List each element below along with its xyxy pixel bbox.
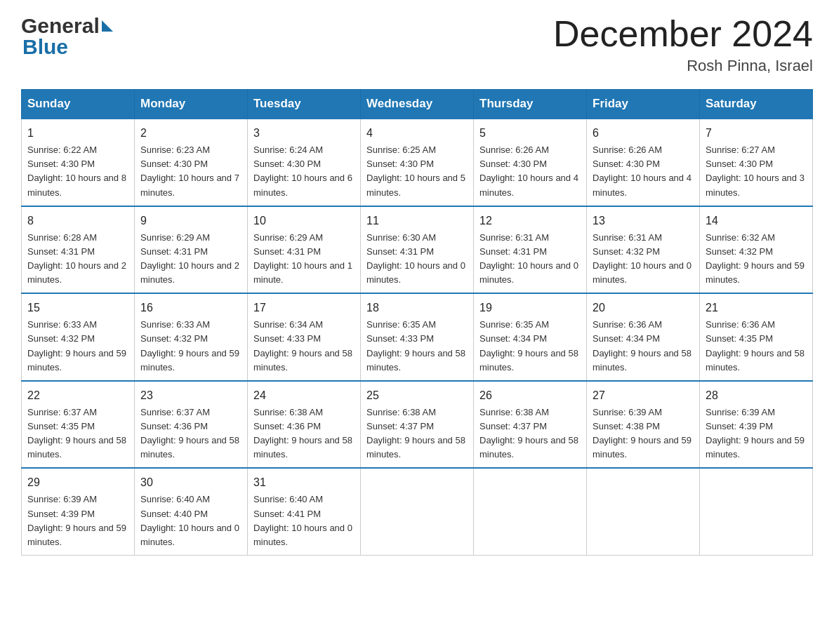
table-row: 28Sunrise: 6:39 AMSunset: 4:39 PMDayligh… <box>700 381 813 469</box>
header-thursday: Thursday <box>474 90 587 119</box>
day-info: Sunrise: 6:29 AMSunset: 4:31 PMDaylight:… <box>253 232 352 285</box>
calendar-week-row: 29Sunrise: 6:39 AMSunset: 4:39 PMDayligh… <box>22 468 813 555</box>
day-info: Sunrise: 6:36 AMSunset: 4:34 PMDaylight:… <box>593 319 691 372</box>
table-row: 27Sunrise: 6:39 AMSunset: 4:38 PMDayligh… <box>587 381 700 469</box>
day-number: 20 <box>593 300 694 316</box>
day-number: 19 <box>479 300 581 316</box>
table-row: 6Sunrise: 6:26 AMSunset: 4:30 PMDaylight… <box>587 119 700 206</box>
day-info: Sunrise: 6:22 AMSunset: 4:30 PMDaylight:… <box>27 145 126 197</box>
table-row: 13Sunrise: 6:31 AMSunset: 4:32 PMDayligh… <box>587 206 700 294</box>
day-info: Sunrise: 6:29 AMSunset: 4:31 PMDaylight:… <box>140 232 239 285</box>
calendar-week-row: 15Sunrise: 6:33 AMSunset: 4:32 PMDayligh… <box>22 293 813 381</box>
table-row: 21Sunrise: 6:36 AMSunset: 4:35 PMDayligh… <box>700 293 813 381</box>
day-info: Sunrise: 6:38 AMSunset: 4:37 PMDaylight:… <box>479 407 578 459</box>
day-info: Sunrise: 6:28 AMSunset: 4:31 PMDaylight:… <box>27 232 126 285</box>
page-subtitle: Rosh Pinna, Israel <box>553 57 813 75</box>
logo-line1: General <box>21 14 113 38</box>
page-title: December 2024 <box>553 14 813 54</box>
day-info: Sunrise: 6:39 AMSunset: 4:39 PMDaylight:… <box>706 407 805 459</box>
table-row: 22Sunrise: 6:37 AMSunset: 4:35 PMDayligh… <box>22 381 135 469</box>
day-number: 25 <box>366 387 468 404</box>
day-number: 18 <box>366 300 468 316</box>
table-row: 4Sunrise: 6:25 AMSunset: 4:30 PMDaylight… <box>361 119 474 206</box>
day-number: 21 <box>706 300 807 316</box>
day-info: Sunrise: 6:30 AMSunset: 4:31 PMDaylight:… <box>366 232 465 285</box>
day-number: 16 <box>140 300 241 316</box>
day-info: Sunrise: 6:38 AMSunset: 4:37 PMDaylight:… <box>366 407 465 459</box>
day-info: Sunrise: 6:39 AMSunset: 4:38 PMDaylight:… <box>593 407 691 459</box>
table-row: 29Sunrise: 6:39 AMSunset: 4:39 PMDayligh… <box>22 468 135 555</box>
day-number: 8 <box>27 213 128 229</box>
day-number: 2 <box>140 125 241 142</box>
day-number: 23 <box>140 387 241 404</box>
header-friday: Friday <box>587 90 700 119</box>
title-section: December 2024 Rosh Pinna, Israel <box>553 14 813 75</box>
table-row: 26Sunrise: 6:38 AMSunset: 4:37 PMDayligh… <box>474 381 587 469</box>
table-row: 12Sunrise: 6:31 AMSunset: 4:31 PMDayligh… <box>474 206 587 294</box>
day-number: 22 <box>27 387 128 404</box>
day-info: Sunrise: 6:40 AMSunset: 4:40 PMDaylight:… <box>140 494 239 546</box>
day-info: Sunrise: 6:33 AMSunset: 4:32 PMDaylight:… <box>27 319 126 372</box>
header-monday: Monday <box>135 90 248 119</box>
day-info: Sunrise: 6:38 AMSunset: 4:36 PMDaylight:… <box>253 407 352 459</box>
table-row: 8Sunrise: 6:28 AMSunset: 4:31 PMDaylight… <box>22 206 135 294</box>
day-number: 6 <box>593 125 694 142</box>
table-row: 25Sunrise: 6:38 AMSunset: 4:37 PMDayligh… <box>361 381 474 469</box>
table-row: 24Sunrise: 6:38 AMSunset: 4:36 PMDayligh… <box>248 381 361 469</box>
calendar-week-row: 1Sunrise: 6:22 AMSunset: 4:30 PMDaylight… <box>22 119 813 206</box>
calendar-week-row: 22Sunrise: 6:37 AMSunset: 4:35 PMDayligh… <box>22 381 813 469</box>
table-row <box>700 468 813 555</box>
table-row: 17Sunrise: 6:34 AMSunset: 4:33 PMDayligh… <box>248 293 361 381</box>
table-row: 20Sunrise: 6:36 AMSunset: 4:34 PMDayligh… <box>587 293 700 381</box>
day-info: Sunrise: 6:26 AMSunset: 4:30 PMDaylight:… <box>593 145 691 197</box>
day-info: Sunrise: 6:32 AMSunset: 4:32 PMDaylight:… <box>706 232 805 285</box>
page-header: General Blue December 2024 Rosh Pinna, I… <box>21 14 813 75</box>
day-number: 1 <box>27 125 128 142</box>
table-row: 1Sunrise: 6:22 AMSunset: 4:30 PMDaylight… <box>22 119 135 206</box>
day-info: Sunrise: 6:34 AMSunset: 4:33 PMDaylight:… <box>253 319 352 372</box>
day-number: 31 <box>253 474 355 491</box>
day-number: 5 <box>479 125 581 142</box>
day-number: 14 <box>706 213 807 229</box>
calendar-header-row: Sunday Monday Tuesday Wednesday Thursday… <box>22 90 813 119</box>
table-row: 18Sunrise: 6:35 AMSunset: 4:33 PMDayligh… <box>361 293 474 381</box>
day-info: Sunrise: 6:39 AMSunset: 4:39 PMDaylight:… <box>27 494 126 546</box>
table-row: 3Sunrise: 6:24 AMSunset: 4:30 PMDaylight… <box>248 119 361 206</box>
table-row <box>587 468 700 555</box>
logo-general-text: General <box>21 14 100 38</box>
table-row: 23Sunrise: 6:37 AMSunset: 4:36 PMDayligh… <box>135 381 248 469</box>
day-info: Sunrise: 6:35 AMSunset: 4:34 PMDaylight:… <box>479 319 578 372</box>
day-number: 28 <box>706 387 807 404</box>
day-info: Sunrise: 6:36 AMSunset: 4:35 PMDaylight:… <box>706 319 805 372</box>
day-info: Sunrise: 6:25 AMSunset: 4:30 PMDaylight:… <box>366 145 465 197</box>
table-row: 7Sunrise: 6:27 AMSunset: 4:30 PMDaylight… <box>700 119 813 206</box>
day-number: 12 <box>479 213 581 229</box>
table-row: 19Sunrise: 6:35 AMSunset: 4:34 PMDayligh… <box>474 293 587 381</box>
table-row: 14Sunrise: 6:32 AMSunset: 4:32 PMDayligh… <box>700 206 813 294</box>
day-number: 15 <box>27 300 128 316</box>
logo-triangle-icon <box>102 20 113 32</box>
header-tuesday: Tuesday <box>248 90 361 119</box>
day-number: 9 <box>140 213 241 229</box>
day-info: Sunrise: 6:33 AMSunset: 4:32 PMDaylight:… <box>140 319 239 372</box>
table-row: 11Sunrise: 6:30 AMSunset: 4:31 PMDayligh… <box>361 206 474 294</box>
day-number: 10 <box>253 213 355 229</box>
day-number: 3 <box>253 125 355 142</box>
day-info: Sunrise: 6:37 AMSunset: 4:35 PMDaylight:… <box>27 407 126 459</box>
day-info: Sunrise: 6:27 AMSunset: 4:30 PMDaylight:… <box>706 145 805 197</box>
day-number: 17 <box>253 300 355 316</box>
day-number: 29 <box>27 474 128 491</box>
table-row: 31Sunrise: 6:40 AMSunset: 4:41 PMDayligh… <box>248 468 361 555</box>
calendar-table: Sunday Monday Tuesday Wednesday Thursday… <box>21 89 813 556</box>
header-sunday: Sunday <box>22 90 135 119</box>
table-row: 2Sunrise: 6:23 AMSunset: 4:30 PMDaylight… <box>135 119 248 206</box>
table-row <box>361 468 474 555</box>
header-wednesday: Wednesday <box>361 90 474 119</box>
day-number: 7 <box>706 125 807 142</box>
logo-blue-text: Blue <box>21 35 113 59</box>
day-number: 4 <box>366 125 468 142</box>
logo: General Blue <box>21 14 113 59</box>
day-info: Sunrise: 6:31 AMSunset: 4:31 PMDaylight:… <box>479 232 578 285</box>
day-info: Sunrise: 6:40 AMSunset: 4:41 PMDaylight:… <box>253 494 352 546</box>
day-info: Sunrise: 6:37 AMSunset: 4:36 PMDaylight:… <box>140 407 239 459</box>
